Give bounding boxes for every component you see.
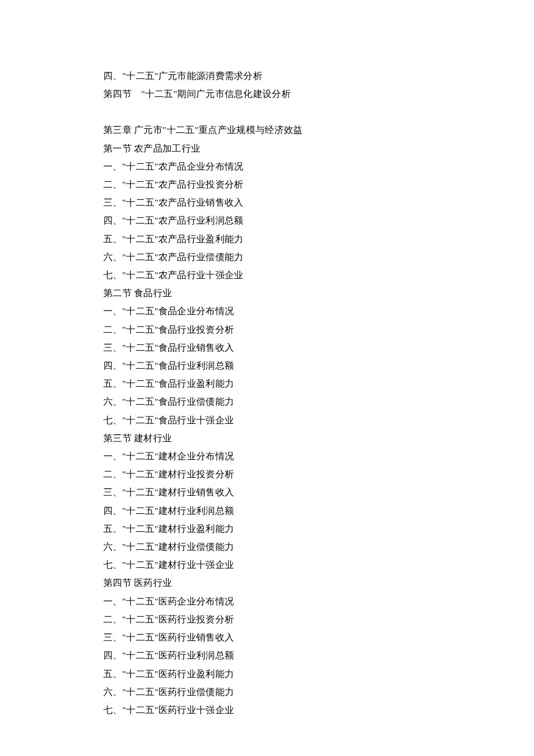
toc-line: 第二节 食品行业: [103, 284, 428, 302]
toc-line: 五、"十二五"建材行业盈利能力: [103, 520, 428, 538]
toc-line: 六、"十二五"医药行业偿债能力: [103, 683, 428, 701]
toc-line: 四、"十二五"农产品行业利润总额: [103, 211, 428, 229]
toc-line: 四、"十二五"广元市能源消费需求分析: [103, 67, 428, 85]
toc-line: 七、"十二五"农产品行业十强企业: [103, 266, 428, 284]
toc-line: 四、"十二五"食品行业利润总额: [103, 357, 428, 375]
toc-line: 第四节 "十二五"期间广元市信息化建设分析: [103, 85, 428, 103]
toc-line: 三、"十二五"农产品行业销售收入: [103, 193, 428, 211]
toc-line: 第四节 医药行业: [103, 574, 428, 592]
toc-line: 二、"十二五"食品行业投资分析: [103, 321, 428, 339]
toc-line: 五、"十二五"食品行业盈利能力: [103, 375, 428, 393]
toc-line: 三、"十二五"建材行业销售收入: [103, 483, 428, 501]
toc-line: 六、"十二五"农产品行业偿债能力: [103, 248, 428, 266]
toc-line: 六、"十二五"建材行业偿债能力: [103, 538, 428, 556]
toc-line: 第一节 农产品加工行业: [103, 139, 428, 157]
toc-line: 五、"十二五"医药行业盈利能力: [103, 665, 428, 683]
toc-line: 一、"十二五"医药企业分布情况: [103, 592, 428, 610]
toc-line: 二、"十二五"农产品行业投资分析: [103, 175, 428, 193]
toc-line: 一、"十二五"建材企业分布情况: [103, 447, 428, 465]
toc-line: 第三节 建材行业: [103, 429, 428, 447]
toc-line: 三、"十二五"医药行业销售收入: [103, 628, 428, 646]
toc-line: 一、"十二五"农产品企业分布情况: [103, 157, 428, 175]
document-page: 四、"十二五"广元市能源消费需求分析第四节 "十二五"期间广元市信息化建设分析第…: [0, 0, 428, 719]
toc-line: 第三章 广元市"十二五"重点产业规模与经济效益: [103, 121, 428, 139]
toc-line: 一、"十二五"食品企业分布情况: [103, 302, 428, 320]
toc-line: 四、"十二五"建材行业利润总额: [103, 502, 428, 520]
toc-line: 二、"十二五"医药行业投资分析: [103, 610, 428, 628]
toc-line: 五、"十二五"农产品行业盈利能力: [103, 230, 428, 248]
toc-line: 七、"十二五"食品行业十强企业: [103, 411, 428, 429]
toc-line: 七、"十二五"建材行业十强企业: [103, 556, 428, 574]
toc-line: 四、"十二五"医药行业利润总额: [103, 646, 428, 664]
toc-line: 三、"十二五"食品行业销售收入: [103, 339, 428, 357]
toc-line: 二、"十二五"建材行业投资分析: [103, 465, 428, 483]
toc-line: 六、"十二五"食品行业偿债能力: [103, 393, 428, 411]
toc-line: 七、"十二五"医药行业十强企业: [103, 701, 428, 719]
blank-line: [103, 103, 428, 121]
